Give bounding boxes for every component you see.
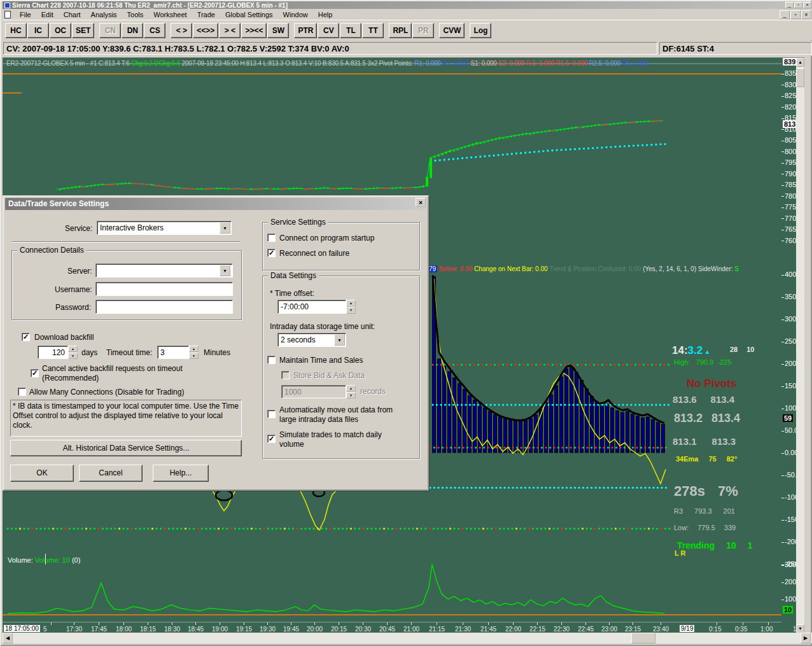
toolbar-button-cn[interactable]: CN — [99, 23, 121, 38]
allow-many-connections-checkbox[interactable] — [18, 388, 26, 396]
toolbar-button-[interactable]: > < — [219, 23, 241, 38]
toolbar-button-dn[interactable]: DN — [122, 23, 143, 38]
auto-move-checkbox[interactable] — [267, 410, 276, 418]
store-bid-ask-checkbox[interactable] — [281, 371, 290, 379]
menu-global-settings[interactable]: Global Settings — [220, 10, 278, 20]
reconnect-failure-checkbox[interactable]: ✓ — [267, 249, 276, 257]
service-combo[interactable]: Interactive Brokers — [97, 221, 232, 235]
cancel-button[interactable]: Cancel — [79, 465, 143, 482]
scroll-down-button[interactable]: ▼ — [796, 624, 804, 633]
records-spinner[interactable]: 1000 — [281, 385, 346, 398]
child-close-button[interactable]: × — [801, 10, 811, 19]
maintain-time-sales-checkbox[interactable] — [267, 356, 276, 364]
time-offset-spin-up[interactable]: ▲ — [346, 300, 356, 307]
toolbar-button-cs[interactable]: CS — [144, 23, 165, 38]
days-spin-up[interactable]: ▲ — [68, 346, 78, 352]
time-tick — [74, 622, 74, 625]
alt-historical-settings-button[interactable]: Alt. Historical Data Service Settings... — [10, 440, 242, 456]
toolbar-button-tt[interactable]: TT — [362, 23, 384, 38]
child-restore-button[interactable]: ▫ — [790, 10, 801, 19]
price-row2-bid: 813.2 — [674, 412, 703, 425]
toolbar-button-hc[interactable]: HC — [5, 23, 27, 38]
r3-value: 793.3 — [694, 507, 712, 515]
time-label: 22:00 — [505, 626, 521, 633]
tick-mark — [781, 107, 784, 108]
menu-edit[interactable]: Edit — [36, 10, 59, 20]
time-offset-spin-down[interactable]: ▼ — [346, 307, 356, 314]
signal-segment: Below: 0.00 — [437, 265, 472, 272]
toolbar-button-oc[interactable]: OC — [50, 23, 71, 38]
time-tick — [661, 622, 661, 625]
vertical-scrollbar[interactable]: ▲ ▼ — [796, 58, 804, 633]
password-input[interactable] — [95, 300, 233, 314]
toolbar-button-rpl[interactable]: RPL — [389, 23, 412, 38]
time-axis[interactable]: 517:3017:4518:0018:1518:3018:4519:0019:1… — [3, 622, 781, 633]
scroll-up-button[interactable]: ▲ — [796, 58, 804, 67]
menu-tools[interactable]: Tools — [122, 10, 149, 20]
cancel-backfill-checkbox[interactable]: ✓ — [31, 369, 39, 377]
menu-trade[interactable]: Trade — [192, 10, 220, 20]
scroll-right-button[interactable]: ▶ — [801, 633, 811, 643]
menu-file[interactable]: File — [15, 10, 36, 20]
time-label: 20:00 — [307, 626, 323, 633]
timeout-spin-up[interactable]: ▲ — [189, 346, 199, 352]
tick-mark — [781, 174, 784, 174]
time-label: 22:30 — [554, 626, 570, 633]
toolbar-button-cv[interactable]: CV — [318, 23, 339, 38]
intraday-unit-combo-arrow-icon[interactable]: ▼ — [334, 334, 345, 346]
menu-worksheet[interactable]: Worksheet — [148, 10, 192, 20]
service-combo-arrow-icon[interactable]: ▼ — [220, 222, 230, 234]
toolbar-button-pr[interactable]: PR — [412, 23, 434, 38]
signal-segment: SideWinder: — [696, 265, 734, 272]
records-spin-up[interactable]: ▲ — [346, 385, 356, 391]
connect-startup-checkbox[interactable] — [267, 234, 276, 242]
scroll-left-button[interactable]: ◀ — [3, 633, 13, 643]
child-minimize-button[interactable]: _ — [780, 10, 790, 19]
time-tick — [463, 622, 463, 625]
toolbar-button-cvw[interactable]: CVW — [439, 23, 465, 38]
horizontal-scroll-thumb[interactable] — [631, 633, 655, 643]
header-segment: Chg:0.2 DChg:0.6 — [131, 60, 181, 67]
download-backfill-checkbox[interactable]: ✓ — [22, 333, 30, 341]
days-spin-down[interactable]: ▼ — [68, 353, 78, 359]
timeout-spin-down[interactable]: ▼ — [189, 353, 199, 359]
tick-mark — [781, 297, 784, 298]
time-label: 18:15 — [140, 626, 156, 633]
toolbar-button-sw[interactable]: SW — [267, 23, 289, 38]
server-label: Server: — [67, 267, 92, 276]
menu-help[interactable]: Help — [313, 10, 338, 20]
signal-segment: S — [734, 265, 739, 272]
dialog-close-button[interactable]: × — [416, 198, 426, 207]
username-input[interactable] — [95, 282, 233, 296]
server-combo[interactable] — [95, 263, 233, 277]
dialog-title-bar[interactable]: Data/Trade Service Settings — [5, 198, 426, 210]
minutes-label: Minutes — [204, 348, 230, 357]
simulate-trades-checkbox[interactable]: ✓ — [267, 435, 276, 443]
time-offset-spinner[interactable]: -7:00:00 — [277, 300, 346, 314]
toolbar-button-[interactable]: < > — [171, 23, 192, 38]
close-button[interactable]: × — [803, 2, 811, 8]
tick-mark — [781, 542, 784, 543]
trending-line: Trending101 — [677, 540, 764, 551]
toolbar-button-[interactable]: >><< — [241, 23, 267, 38]
server-combo-arrow-icon[interactable]: ▼ — [220, 265, 230, 276]
menu-chart[interactable]: Chart — [59, 10, 86, 20]
minimize-button[interactable]: _ — [785, 2, 794, 8]
chart-document-icon[interactable] — [4, 11, 11, 18]
toolbar-button-ic[interactable]: IC — [27, 23, 49, 38]
menu-window[interactable]: Window — [278, 10, 313, 20]
ok-button[interactable]: OK — [10, 465, 74, 482]
menu-analysis[interactable]: Analysis — [86, 10, 122, 20]
vertical-scroll-thumb[interactable] — [796, 68, 804, 87]
timeout-spinner[interactable]: 3 — [157, 346, 189, 359]
toolbar-button-[interactable]: <<>> — [193, 23, 218, 38]
toolbar-button-tl[interactable]: TL — [340, 23, 361, 38]
horizontal-scrollbar[interactable]: ◀ ▶ — [3, 633, 812, 643]
records-spin-down[interactable]: ▼ — [346, 392, 356, 398]
toolbar-button-ptr[interactable]: PTR — [294, 23, 317, 38]
toolbar-button-log[interactable]: Log — [470, 23, 491, 38]
backfill-days-spinner[interactable]: 120 — [38, 346, 68, 359]
restore-button[interactable]: ▫ — [794, 2, 802, 8]
toolbar-button-set[interactable]: SET — [72, 23, 94, 38]
help-button[interactable]: Help... — [153, 465, 209, 482]
